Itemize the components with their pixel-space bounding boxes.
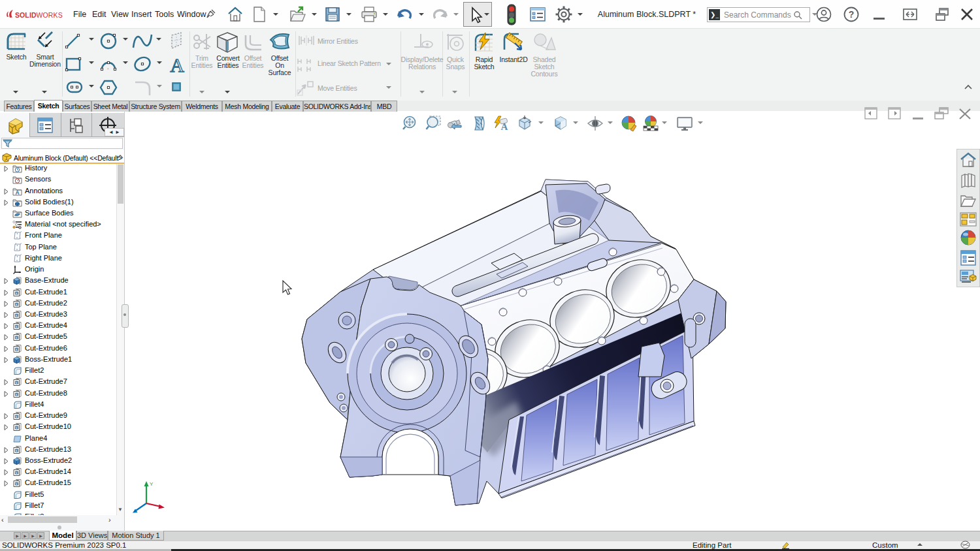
svg-text:A: A (15, 189, 19, 196)
svg-text:?: ? (849, 9, 855, 20)
svg-text:Y: Y (150, 481, 154, 487)
svg-text:SOLIDWORKS: SOLIDWORKS (15, 11, 63, 19)
svg-text:A: A (170, 55, 184, 74)
svg-text:*: * (107, 67, 109, 72)
